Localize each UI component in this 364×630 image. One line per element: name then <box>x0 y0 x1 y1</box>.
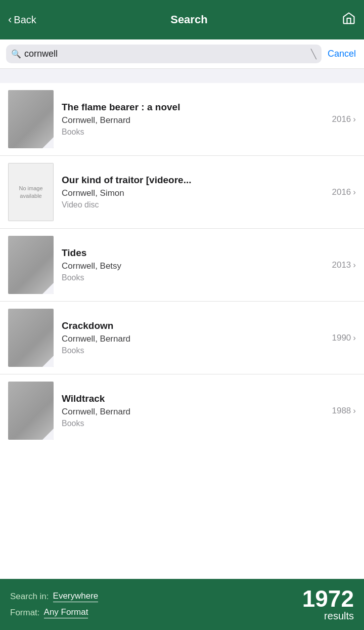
result-thumbnail-3 <box>8 309 54 367</box>
result-info-3: Crackdown Cornwell, Bernard Books <box>62 320 328 355</box>
format-label: Format: <box>10 608 40 618</box>
result-year: 2016 <box>332 187 351 197</box>
result-author: Cornwell, Betsy <box>62 261 328 271</box>
result-year-chevron: 2013 › <box>332 260 356 270</box>
result-title: Crackdown <box>62 320 328 331</box>
search-input[interactable] <box>24 49 308 59</box>
book-cover-image <box>8 382 54 440</box>
book-cover-image <box>8 309 54 367</box>
result-year: 1988 <box>332 406 351 416</box>
result-format: Books <box>62 273 328 282</box>
result-year: 2013 <box>332 260 351 270</box>
result-format: Video disc <box>62 200 328 209</box>
chevron-right-icon: › <box>353 114 356 124</box>
footer: Search in: Everywhere Format: Any Format… <box>0 579 364 630</box>
search-in-label: Search in: <box>10 592 49 602</box>
no-image-placeholder: No imageavailable <box>8 163 54 221</box>
results-list: The flame bearer : a novel Cornwell, Ber… <box>0 83 364 579</box>
page-title: Search <box>170 13 207 26</box>
search-in-row: Search in: Everywhere <box>10 591 98 602</box>
result-year-chevron: 2016 › <box>332 187 356 197</box>
home-icon <box>342 11 356 25</box>
chevron-right-icon: › <box>353 406 356 416</box>
result-author: Cornwell, Bernard <box>62 334 328 344</box>
result-info-4: Wildtrack Cornwell, Bernard Books <box>62 393 328 428</box>
result-title: The flame bearer : a novel <box>62 102 328 113</box>
chevron-right-icon: › <box>353 260 356 270</box>
list-item[interactable]: Wildtrack Cornwell, Bernard Books 1988 › <box>0 374 364 447</box>
home-button[interactable] <box>342 11 356 28</box>
result-format: Books <box>62 346 328 355</box>
cancel-button[interactable]: Cancel <box>326 49 358 59</box>
result-info-2: Tides Cornwell, Betsy Books <box>62 247 328 282</box>
search-input-wrapper: 🔍 ╲ <box>6 45 322 63</box>
chevron-right-icon: › <box>353 333 356 343</box>
result-title: Tides <box>62 247 328 259</box>
result-info-1: Our kind of traitor [videore... Cornwell… <box>62 175 328 209</box>
list-item[interactable]: The flame bearer : a novel Cornwell, Ber… <box>0 83 364 156</box>
format-value[interactable]: Any Format <box>44 607 88 618</box>
back-button[interactable]: ‹ Back <box>8 13 36 26</box>
footer-filters: Search in: Everywhere Format: Any Format <box>10 591 98 618</box>
result-thumbnail-1: No imageavailable <box>8 163 54 221</box>
list-item[interactable]: Crackdown Cornwell, Bernard Books 1990 › <box>0 302 364 374</box>
chevron-right-icon: › <box>353 187 356 197</box>
header: ‹ Back Search <box>0 0 364 39</box>
result-year-chevron: 2016 › <box>332 114 356 124</box>
search-in-value[interactable]: Everywhere <box>53 591 99 602</box>
result-year: 2016 <box>332 114 351 124</box>
list-item[interactable]: Tides Cornwell, Betsy Books 2013 › <box>0 229 364 302</box>
clear-button[interactable]: ╲ <box>311 50 316 59</box>
result-thumbnail-4 <box>8 382 54 440</box>
format-row: Format: Any Format <box>10 607 98 618</box>
result-title: Our kind of traitor [videore... <box>62 175 328 186</box>
results-label: results <box>302 610 354 622</box>
result-thumbnail-2 <box>8 236 54 294</box>
result-info-0: The flame bearer : a novel Cornwell, Ber… <box>62 102 328 137</box>
result-thumbnail-0 <box>8 90 54 148</box>
result-format: Books <box>62 128 328 137</box>
search-icon: 🔍 <box>11 49 21 59</box>
results-count: 1972 <box>302 587 354 610</box>
result-title: Wildtrack <box>62 393 328 404</box>
chevron-left-icon: ‹ <box>8 13 12 26</box>
book-cover-image <box>8 236 54 294</box>
result-author: Cornwell, Bernard <box>62 407 328 417</box>
back-label: Back <box>14 14 36 26</box>
result-author: Cornwell, Simon <box>62 188 328 198</box>
list-item[interactable]: No imageavailable Our kind of traitor [v… <box>0 156 364 229</box>
result-format: Books <box>62 419 328 428</box>
result-year: 1990 <box>332 333 351 343</box>
search-bar: 🔍 ╲ Cancel <box>0 39 364 69</box>
footer-results: 1972 results <box>302 587 354 622</box>
no-image-label: No imageavailable <box>19 185 42 199</box>
separator <box>0 69 364 83</box>
book-cover-image <box>8 90 54 148</box>
result-year-chevron: 1988 › <box>332 406 356 416</box>
result-year-chevron: 1990 › <box>332 333 356 343</box>
result-author: Cornwell, Bernard <box>62 115 328 125</box>
